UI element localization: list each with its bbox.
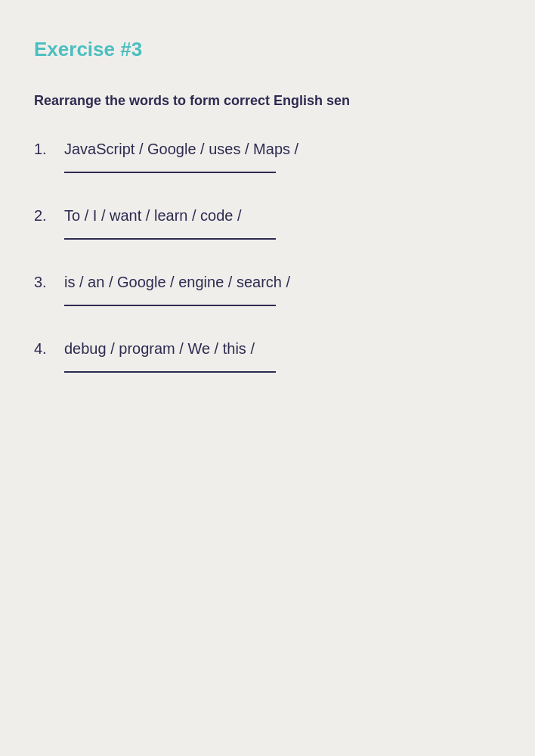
item-number: 3.	[34, 274, 57, 291]
answer-line	[64, 238, 276, 240]
page-container: Exercise #3 Rearrange the words to form …	[34, 38, 501, 373]
list-item: 4.debug / program / We / this /	[34, 340, 501, 373]
item-words: is / an / Google / engine / search /	[64, 274, 290, 291]
item-words: JavaScript / Google / uses / Maps /	[64, 141, 298, 158]
item-row: 3.is / an / Google / engine / search /	[34, 274, 501, 291]
exercise-title: Exercise #3	[34, 38, 501, 61]
list-item: 2.To / I / want / learn / code /	[34, 207, 501, 240]
item-row: 1.JavaScript / Google / uses / Maps /	[34, 141, 501, 158]
item-words: To / I / want / learn / code /	[64, 207, 242, 225]
answer-line	[64, 371, 276, 373]
item-number: 2.	[34, 207, 57, 225]
exercise-list: 1.JavaScript / Google / uses / Maps /2.T…	[34, 141, 501, 373]
item-number: 1.	[34, 141, 57, 158]
item-words: debug / program / We / this /	[64, 340, 255, 358]
item-row: 4.debug / program / We / this /	[34, 340, 501, 358]
instruction-text: Rearrange the words to form correct Engl…	[34, 91, 501, 110]
answer-line	[64, 172, 276, 173]
item-number: 4.	[34, 340, 57, 358]
list-item: 1.JavaScript / Google / uses / Maps /	[34, 141, 501, 173]
list-item: 3.is / an / Google / engine / search /	[34, 274, 501, 306]
item-row: 2.To / I / want / learn / code /	[34, 207, 501, 225]
answer-line	[64, 305, 276, 306]
